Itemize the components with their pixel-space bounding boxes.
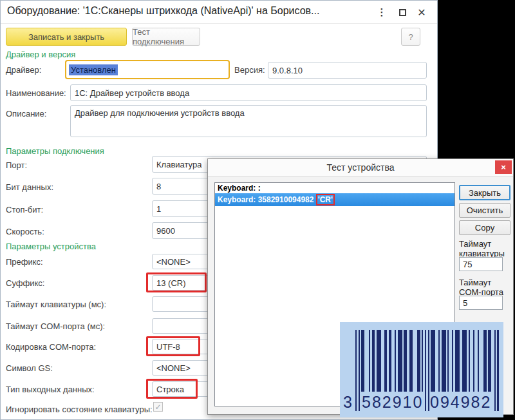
dialog-com-timeout-label: Таймаут COM-порта xyxy=(459,278,514,297)
help-button[interactable]: ? xyxy=(401,28,420,46)
list-item[interactable]: Keyboard: : xyxy=(215,183,454,193)
com-encoding-label: Кодировка COM-порта: xyxy=(6,342,96,352)
data-bits-label: Бит данных: xyxy=(6,182,53,192)
port-label: Порт: xyxy=(6,160,27,170)
save-and-close-button[interactable]: Записать и закрыть xyxy=(6,28,127,46)
dialog-kb-timeout-label: Таймаут клавиатуры xyxy=(459,239,514,258)
dialog-close-icon[interactable]: × xyxy=(495,160,512,174)
com-timeout-label: Таймаут COM-порта (мс): xyxy=(6,321,105,331)
cr-annotation-box: 'CR' xyxy=(316,194,335,205)
titlebar: Оборудование: '1С:Сканеры штрихкода (Nat… xyxy=(1,1,437,24)
speed-label: Скорость: xyxy=(6,227,44,236)
section-driver-version: Драйвер и версия xyxy=(6,50,75,59)
prefix-label: Префикс: xyxy=(6,257,43,267)
kb-timeout-label: Таймаут клавиатуры (мс): xyxy=(6,300,106,309)
close-icon[interactable]: ✕ xyxy=(414,5,429,20)
window-menu-icon[interactable]: ⋮ xyxy=(374,5,389,20)
description-input[interactable]: Драйвер для подключения устройств ввода xyxy=(70,105,427,137)
section-device-params: Параметры устройства xyxy=(6,242,96,251)
section-connection-params: Параметры подключения xyxy=(6,146,104,156)
version-label: Версия: xyxy=(234,65,265,75)
dialog-clear-button[interactable]: Очистить xyxy=(459,203,510,218)
list-item-selected[interactable]: Keyboard: 3582910094982 'CR' xyxy=(215,193,454,206)
window-title: Оборудование: '1С:Сканеры штрихкода (Nat… xyxy=(7,5,319,17)
driver-label: Драйвер: xyxy=(6,65,41,75)
dialog-copy-button[interactable]: Copy xyxy=(459,220,510,235)
barcode-digits-left: 582910 xyxy=(362,393,422,412)
output-type-label: Тип выходных данных: xyxy=(6,385,95,394)
maximize-glyph xyxy=(399,9,406,16)
suffix-label: Суффикс: xyxy=(6,278,44,288)
dialog-close-button[interactable]: Закрыть xyxy=(459,185,510,200)
test-connection-button[interactable]: Тест подключения xyxy=(132,28,200,46)
gs-symbol-label: Символ GS: xyxy=(6,363,53,373)
barcode-digits-right: 094982 xyxy=(430,393,491,412)
driver-selected-text: Установлен xyxy=(69,64,118,75)
stop-bit-label: Стоп-бит: xyxy=(6,205,43,215)
dialog-titlebar: Тест устройства xyxy=(208,159,513,177)
name-label: Наименование: xyxy=(6,88,66,98)
barcode-image: 3 582910 094982 xyxy=(340,322,503,417)
barcode-digit-first: 3 xyxy=(343,393,352,412)
barcode-module xyxy=(497,330,498,411)
ignore-kb-label: Игнорировать состояние клавиатуры: xyxy=(6,405,153,414)
description-label: Описание: xyxy=(6,109,46,119)
version-input[interactable] xyxy=(268,62,427,79)
name-input[interactable] xyxy=(70,84,427,101)
driver-input[interactable]: Установлен xyxy=(65,60,230,79)
scan-text: Keyboard: 3582910094982 xyxy=(218,195,316,204)
dialog-title: Тест устройства xyxy=(327,162,395,173)
dialog-com-timeout-input[interactable] xyxy=(459,296,503,310)
ignore-kb-checkbox[interactable]: ✓ xyxy=(153,402,163,412)
maximize-icon[interactable] xyxy=(395,5,410,20)
dialog-kb-timeout-input[interactable] xyxy=(459,257,503,271)
barcode-bars xyxy=(355,330,498,392)
